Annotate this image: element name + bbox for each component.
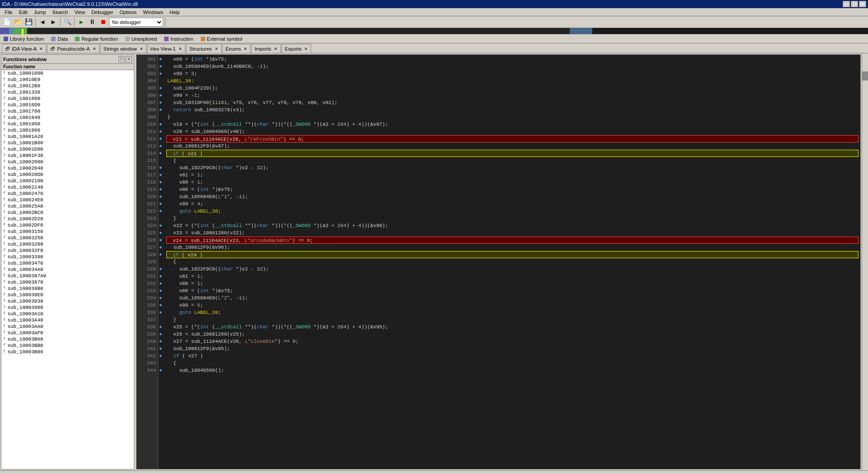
menu-item-debugger[interactable]: Debugger (89, 9, 116, 15)
tab-exports[interactable]: Exports ✕ (282, 44, 311, 53)
list-item[interactable]: fsub_10002BC0 (1, 209, 134, 216)
functions-list[interactable]: fsub_10001000fsub_10010E0fsub_10012B0fsu… (1, 70, 134, 469)
back-button[interactable]: ◀ (38, 17, 47, 27)
tab-enums-close[interactable]: ✕ (244, 47, 247, 51)
list-item[interactable]: fsub_10001A20 (1, 133, 134, 140)
maximize-button[interactable]: □ (851, 1, 858, 7)
list-item[interactable]: fsub_100032F0 (1, 247, 134, 254)
list-item[interactable]: fsub_10001B60 (1, 140, 134, 146)
list-item[interactable]: fsub_10003250 (1, 235, 134, 241)
menu-item-options[interactable]: Options (117, 9, 139, 15)
list-item[interactable]: fsub_10003BB0 (1, 342, 134, 349)
list-item[interactable]: fsub_10002000 (1, 159, 134, 165)
menu-item-file[interactable]: File (2, 9, 15, 15)
menu-item-windows[interactable]: Windows (140, 9, 166, 15)
tab-ida-view-a[interactable]: 🗗 IDA View-A ✕ (2, 44, 46, 53)
search-button[interactable]: 🔍 (62, 17, 72, 27)
panel-float-button[interactable]: □ (118, 56, 125, 62)
list-item[interactable]: fsub_100038E0 (1, 292, 134, 298)
func-name: sub_10010E0 (7, 77, 40, 82)
stop-button[interactable]: ⏹ (98, 17, 108, 27)
list-item[interactable]: fsub_1000387A0 (1, 273, 134, 279)
new-button[interactable]: 📄 (2, 17, 12, 27)
run-button[interactable]: ▶ (76, 17, 86, 27)
list-item[interactable]: fsub_10003B60 (1, 336, 134, 342)
forward-button[interactable]: ▶ (48, 17, 58, 27)
scroll-thumb[interactable] (862, 71, 868, 81)
list-item[interactable]: fsub_10002D20 (1, 216, 134, 222)
list-item[interactable]: fsub_10002040 (1, 165, 134, 171)
func-type-icon: f (3, 229, 5, 234)
list-item[interactable]: fsub_100038B0 (1, 285, 134, 292)
menu-item-help[interactable]: Help (167, 9, 183, 15)
tab-ida-close[interactable]: ✕ (39, 47, 43, 51)
tab-imports-close[interactable]: ✕ (274, 47, 278, 51)
tab-hex[interactable]: Hex View-1 ✕ (147, 44, 185, 53)
list-item[interactable]: fsub_100024E0 (1, 197, 134, 203)
tab-hex-close[interactable]: ✕ (179, 47, 182, 51)
list-item[interactable]: fsub_1001840 (1, 114, 134, 121)
list-item[interactable]: fsub_10003470 (1, 260, 134, 266)
menu-item-search[interactable]: Search (50, 9, 71, 15)
func-type-icon: f (3, 223, 5, 228)
func-type-icon: f (3, 331, 5, 335)
list-item[interactable]: fsub_10003280 (1, 241, 134, 247)
list-item[interactable]: fsub_100034A0 (1, 266, 134, 273)
close-button[interactable]: ✕ (859, 1, 866, 7)
panel-close-button[interactable]: ✕ (126, 56, 132, 62)
list-item[interactable]: fsub_10003A10 (1, 311, 134, 317)
pause-button[interactable]: ⏸ (87, 17, 97, 27)
list-item[interactable]: fsub_100020D0 (1, 171, 134, 178)
func-type-icon: f (3, 122, 5, 126)
tab-imports[interactable]: Imports ✕ (251, 44, 281, 53)
list-item[interactable]: fsub_10003930 (1, 298, 134, 304)
code-panel[interactable]: 3013023033043053063073083093103113123133… (136, 54, 861, 469)
list-item[interactable]: fsub_10001000 (1, 70, 134, 76)
tab-strings-close[interactable]: ✕ (140, 47, 143, 51)
tab-enums[interactable]: Enums ✕ (222, 44, 250, 53)
tab-struct-close[interactable]: ✕ (215, 47, 218, 51)
list-item[interactable]: fsub_10002470 (1, 190, 134, 197)
table-row: v27 = sub_11164ACE(v26, L"closebtn") == … (167, 338, 859, 345)
list-item[interactable]: fsub_10002140 (1, 184, 134, 190)
func-name: sub_10003960 (7, 305, 43, 310)
list-item[interactable]: fsub_10003390 (1, 254, 134, 260)
func-type-icon: f (3, 337, 5, 341)
tab-pseudocode-a[interactable]: 🗗 Pseudocode-A ✕ (47, 44, 99, 53)
tab-enums-label: Enums (226, 46, 241, 52)
list-item[interactable]: fsub_10010E0 (1, 76, 134, 83)
list-item[interactable]: fsub_10003B80 (1, 349, 134, 355)
list-item[interactable]: fsub_10002100 (1, 178, 134, 184)
tab-exports-close[interactable]: ✕ (304, 47, 308, 51)
open-button[interactable]: 📂 (13, 17, 23, 27)
menu-item-view[interactable]: View (71, 9, 88, 15)
list-item[interactable]: fsub_1001980 (1, 127, 134, 133)
minimize-button[interactable]: ─ (843, 1, 850, 7)
list-item[interactable]: fsub_10016D0 (1, 102, 134, 108)
list-item[interactable]: fsub_10003AA0 (1, 323, 134, 330)
code-body[interactable]: 3013023033043053063073083093103113123133… (137, 55, 860, 469)
right-scrollbar[interactable] (862, 53, 868, 470)
menu-item-jump[interactable]: Jump (31, 9, 49, 15)
tab-structures[interactable]: Structures ✕ (186, 44, 222, 53)
tab-pseudo-close[interactable]: ✕ (93, 47, 96, 51)
list-item[interactable]: fsub_10003870 (1, 279, 134, 285)
list-item[interactable]: fsub_1001330 (1, 89, 134, 95)
tab-strings[interactable]: Strings window ✕ (100, 44, 146, 53)
list-item[interactable]: fsub_10003960 (1, 304, 134, 311)
list-item[interactable]: fsub_1001760 (1, 108, 134, 114)
list-item[interactable]: fsub_10003AF0 (1, 330, 134, 336)
list-item[interactable]: fsub_1001960 (1, 121, 134, 127)
save-button[interactable]: 💾 (24, 17, 33, 27)
list-item[interactable]: fsub_1001600 (1, 95, 134, 102)
list-item[interactable]: fsub_10003150 (1, 228, 134, 235)
debugger-select[interactable]: No debugger (109, 18, 163, 27)
list-item[interactable]: fsub_10012B0 (1, 83, 134, 89)
legend-external-label: External symbol (207, 36, 242, 42)
list-item[interactable]: fsub_10001F30 (1, 152, 134, 159)
list-item[interactable]: fsub_100025A0 (1, 203, 134, 209)
list-item[interactable]: fsub_10002DF0 (1, 222, 134, 228)
menu-item-edit[interactable]: Edit (16, 9, 30, 15)
list-item[interactable]: fsub_10003A40 (1, 317, 134, 323)
list-item[interactable]: fsub_10001D00 (1, 146, 134, 152)
